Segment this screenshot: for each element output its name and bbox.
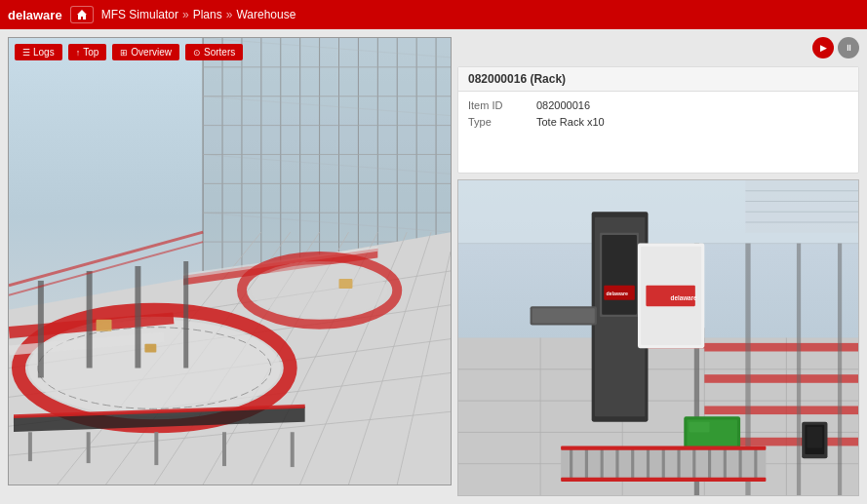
- main-3d-view[interactable]: ☰ Logs ↑ Top ⊞ Overview ⊙ Sorters: [8, 37, 452, 485]
- svg-rect-78: [704, 343, 858, 352]
- item-id-row: Item ID 082000016: [468, 99, 848, 111]
- svg-rect-124: [807, 427, 822, 448]
- home-button[interactable]: [70, 6, 94, 23]
- logs-label: Logs: [33, 47, 55, 58]
- svg-point-56: [252, 264, 387, 317]
- info-card-body: Item ID 082000016 Type Tote Rack x10: [458, 92, 858, 140]
- overview-icon: ⊞: [120, 48, 128, 58]
- svg-text:delaware: delaware: [671, 294, 697, 301]
- svg-marker-0: [77, 10, 87, 19]
- type-label: Type: [468, 116, 517, 128]
- top-label: Top: [83, 47, 99, 58]
- svg-rect-50: [154, 432, 158, 465]
- svg-rect-59: [144, 344, 156, 353]
- main-scene-svg: [9, 38, 451, 485]
- svg-rect-52: [291, 432, 295, 467]
- svg-rect-49: [87, 432, 91, 463]
- svg-rect-61: [87, 271, 93, 368]
- svg-rect-62: [135, 266, 140, 368]
- overview-label: Overview: [131, 47, 172, 58]
- item-id-value: 082000016: [536, 99, 590, 111]
- svg-rect-84: [797, 244, 801, 495]
- svg-rect-58: [339, 279, 353, 289]
- breadcrumb-mfs[interactable]: MFS Simulator: [101, 8, 178, 21]
- item-id-label: Item ID: [468, 99, 517, 111]
- svg-rect-51: [222, 432, 226, 466]
- svg-rect-105: [690, 422, 710, 433]
- pause-button[interactable]: ⏸: [838, 37, 859, 58]
- toolbar: ☰ Logs ↑ Top ⊞ Overview ⊙ Sorters: [15, 44, 243, 60]
- type-value: Tote Rack x10: [536, 116, 605, 128]
- svg-rect-97: [532, 308, 595, 323]
- top-button[interactable]: ↑ Top: [68, 44, 107, 60]
- info-card-title: 082000016 (Rack): [468, 72, 566, 86]
- sorters-icon: ⊙: [193, 48, 201, 58]
- left-panel: ☰ Logs ↑ Top ⊞ Overview ⊙ Sorters: [8, 37, 452, 485]
- main-content: ← ☰ Logs ↑ Top ⊞ Overview ⊙: [0, 29, 867, 504]
- play-button[interactable]: ▶: [812, 37, 834, 58]
- top-icon: ↑: [76, 48, 81, 58]
- home-icon: [76, 9, 88, 20]
- info-card: 082000016 (Rack) Item ID 082000016 Type …: [457, 66, 859, 174]
- svg-text:delaware: delaware: [606, 291, 628, 296]
- svg-rect-86: [745, 180, 858, 233]
- sorters-button[interactable]: ⊙ Sorters: [185, 44, 243, 60]
- type-row: Type Tote Rack x10: [468, 116, 848, 128]
- svg-rect-79: [704, 374, 858, 383]
- logo-text: delaware: [8, 8, 62, 22]
- breadcrumb: MFS Simulator » Plans » Warehouse: [101, 8, 296, 21]
- topbar: delaware MFS Simulator » Plans » Warehou…: [0, 0, 867, 29]
- logo-area: delaware: [8, 8, 62, 22]
- svg-rect-80: [704, 406, 858, 414]
- svg-rect-121: [561, 478, 766, 482]
- svg-rect-94: [602, 235, 637, 315]
- svg-rect-63: [183, 261, 188, 368]
- svg-rect-85: [838, 244, 842, 495]
- breadcrumb-warehouse[interactable]: Warehouse: [236, 8, 296, 21]
- overview-button[interactable]: ⊞ Overview: [112, 44, 179, 60]
- logs-icon: ☰: [22, 48, 30, 58]
- pause-icon: ⏸: [845, 43, 853, 53]
- svg-rect-60: [38, 281, 44, 378]
- breadcrumb-plans[interactable]: Plans: [193, 8, 222, 21]
- svg-rect-120: [561, 446, 766, 449]
- svg-rect-48: [28, 432, 32, 461]
- play-icon: ▶: [820, 43, 827, 53]
- sorters-label: Sorters: [204, 47, 235, 58]
- breadcrumb-sep2: »: [226, 8, 233, 21]
- info-card-header: 082000016 (Rack): [458, 67, 858, 92]
- small-3d-view[interactable]: delaware delaware: [457, 179, 859, 496]
- logs-button[interactable]: ☰ Logs: [15, 44, 62, 60]
- small-scene-svg: delaware delaware: [458, 180, 858, 495]
- breadcrumb-sep1: »: [182, 8, 189, 21]
- right-panel: ▶ ⏸ 082000016 (Rack) Item ID 082000016 T…: [452, 29, 867, 504]
- svg-rect-57: [97, 320, 112, 331]
